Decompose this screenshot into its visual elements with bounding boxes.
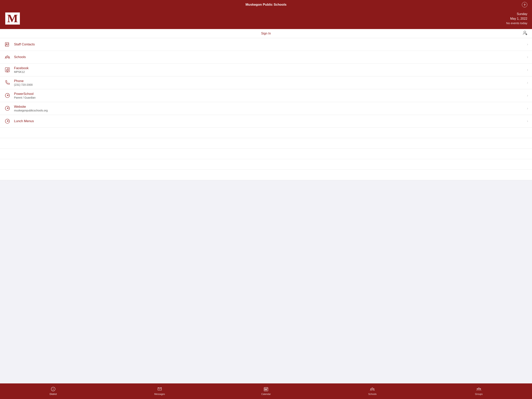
chevron-icon: ›	[527, 68, 528, 72]
tab-messages[interactable]: Messages	[106, 386, 213, 395]
info-icon	[50, 386, 56, 392]
menu-list: Staff Contacts › Schools ›	[0, 38, 532, 180]
facebook-subtitle: MPSK12	[14, 70, 525, 73]
svg-point-15	[7, 108, 8, 109]
website-title: Website	[14, 105, 525, 109]
svg-point-37	[480, 388, 481, 389]
tab-schools-label: Schools	[368, 393, 377, 395]
phone-subtitle: (231) 720-2000	[14, 83, 525, 86]
tab-calendar[interactable]: Calendar	[213, 386, 319, 395]
svg-point-32	[372, 388, 373, 389]
phone-text: Phone (231) 720-2000	[14, 79, 525, 86]
lunch-menus-title: Lunch Menus	[14, 119, 525, 123]
tab-calendar-label: Calendar	[261, 393, 271, 395]
empty-row-5	[0, 170, 532, 180]
school-logo: M	[5, 12, 20, 25]
tab-district-label: District	[50, 393, 57, 395]
menu-item-website[interactable]: Website muskegonpublicschools.org ›	[0, 102, 532, 115]
powerschool-icon	[4, 92, 11, 99]
staff-contacts-title: Staff Contacts	[14, 42, 525, 46]
chevron-icon: ›	[527, 94, 528, 98]
phone-icon	[4, 79, 11, 86]
empty-row-3	[0, 149, 532, 159]
facebook-icon	[4, 66, 11, 73]
svg-point-13	[7, 95, 8, 96]
sign-in-button[interactable]: Sign In	[261, 32, 271, 35]
facebook-title: Facebook	[14, 66, 525, 70]
svg-point-35	[478, 388, 479, 389]
tab-groups-label: Groups	[475, 393, 482, 395]
svg-point-34	[374, 389, 374, 390]
svg-rect-11	[5, 68, 10, 72]
sign-in-bar: Sign In	[0, 29, 532, 38]
svg-point-0	[524, 31, 526, 33]
svg-rect-26	[265, 389, 265, 389]
website-subtitle: muskegonpublicschools.org	[14, 109, 525, 112]
staff-contacts-icon	[4, 41, 11, 48]
svg-point-17	[7, 121, 8, 121]
empty-row-2	[0, 138, 532, 149]
top-header: Muskegon Public Schools ?	[0, 0, 532, 9]
lunch-menus-text: Lunch Menus	[14, 119, 525, 123]
calendar-icon	[263, 386, 269, 392]
svg-rect-30	[266, 390, 266, 390]
help-button[interactable]: ?	[522, 2, 527, 7]
logo-bar: M Sunday May 1, 2022 No events today	[0, 9, 532, 29]
date-value: May 1, 2022	[506, 16, 527, 21]
chevron-icon: ›	[527, 119, 528, 123]
messages-icon	[157, 386, 163, 392]
svg-point-33	[371, 389, 372, 390]
no-events-label: No events today	[506, 21, 527, 26]
svg-point-20	[53, 388, 53, 388]
chevron-icon: ›	[527, 106, 528, 110]
staff-contacts-text: Staff Contacts	[14, 42, 525, 46]
empty-row-4	[0, 159, 532, 170]
svg-rect-28	[266, 389, 267, 389]
powerschool-text: PowerSchool Parent / Guardian	[14, 92, 525, 99]
svg-rect-27	[266, 389, 266, 389]
main-content: Staff Contacts › Schools ›	[0, 38, 532, 198]
chevron-icon: ›	[527, 81, 528, 85]
day-name: Sunday	[506, 12, 527, 16]
lunch-menus-icon	[4, 118, 11, 125]
powerschool-title: PowerSchool	[14, 92, 525, 96]
empty-row-1	[0, 128, 532, 138]
chevron-icon: ›	[527, 55, 528, 59]
menu-item-staff-contacts[interactable]: Staff Contacts ›	[0, 38, 532, 51]
tab-bar: District Messages Cale	[0, 383, 532, 399]
schools-text: Schools	[14, 55, 525, 59]
menu-item-facebook[interactable]: Facebook MPSK12 ›	[0, 64, 532, 76]
user-settings-button[interactable]	[522, 30, 527, 37]
schools-title: Schools	[14, 55, 525, 59]
website-text: Website muskegonpublicschools.org	[14, 105, 525, 112]
date-info: Sunday May 1, 2022 No events today	[506, 12, 527, 26]
powerschool-subtitle: Parent / Guardian	[14, 96, 525, 99]
tab-district[interactable]: District	[0, 386, 106, 395]
svg-point-5	[6, 44, 7, 45]
svg-point-9	[6, 57, 6, 58]
svg-point-10	[9, 57, 10, 58]
menu-item-phone[interactable]: Phone (231) 720-2000 ›	[0, 76, 532, 89]
app-title: Muskegon Public Schools	[246, 3, 287, 7]
svg-rect-31	[266, 390, 267, 390]
menu-item-lunch-menus[interactable]: Lunch Menus ›	[0, 115, 532, 128]
menu-item-powerschool[interactable]: PowerSchool Parent / Guardian ›	[0, 89, 532, 102]
svg-point-36	[477, 388, 478, 389]
groups-icon	[476, 386, 482, 392]
schools-menu-icon	[4, 54, 11, 61]
svg-rect-29	[265, 390, 265, 390]
tab-messages-label: Messages	[154, 393, 165, 395]
tab-schools[interactable]: Schools	[319, 386, 425, 395]
chevron-icon: ›	[527, 42, 528, 46]
schools-tab-icon	[369, 386, 375, 392]
menu-item-schools[interactable]: Schools ›	[0, 51, 532, 64]
facebook-text: Facebook MPSK12	[14, 66, 525, 73]
tab-groups[interactable]: Groups	[426, 386, 532, 395]
svg-point-8	[7, 56, 8, 57]
website-icon	[4, 105, 11, 112]
phone-title: Phone	[14, 79, 525, 83]
